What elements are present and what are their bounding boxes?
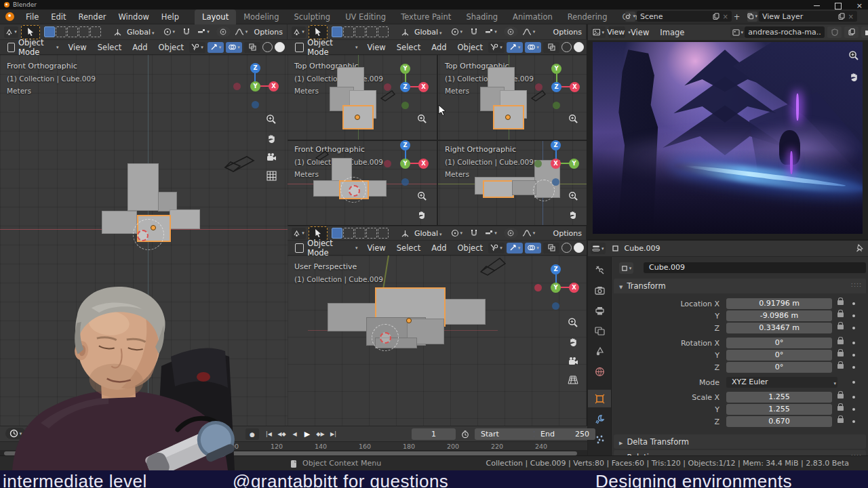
options-label-left[interactable]: Options: [254, 28, 283, 37]
select-mode-extend[interactable]: [343, 228, 354, 239]
menu-object[interactable]: Object: [452, 241, 488, 256]
camera-object[interactable]: [315, 150, 330, 161]
select-mode-invert[interactable]: [366, 228, 377, 239]
pivot-point-dropdown[interactable]: [450, 26, 465, 38]
relations-panel[interactable]: Relations ::::: [614, 450, 866, 455]
tab-render[interactable]: [588, 281, 611, 299]
keyframe-dot[interactable]: [852, 420, 855, 423]
zoom-icon[interactable]: [566, 112, 580, 125]
gizmos-dropdown[interactable]: [507, 42, 523, 53]
pan-hand-icon[interactable]: [264, 131, 278, 145]
image-datablock-icon[interactable]: [730, 26, 745, 38]
scale-z-input[interactable]: 0.670: [726, 416, 832, 427]
menu-image[interactable]: Image: [654, 25, 690, 40]
zoom-icon[interactable]: [847, 49, 861, 62]
select-mode-new[interactable]: [44, 26, 55, 37]
tab-tool[interactable]: [588, 261, 611, 279]
zoom-icon[interactable]: [415, 189, 429, 203]
view-layer-icon[interactable]: [747, 12, 757, 22]
tab-physics[interactable]: [588, 451, 611, 455]
mesh-block[interactable]: [127, 163, 159, 211]
lock-icon[interactable]: [837, 312, 844, 317]
scale-x-input[interactable]: 1.255: [726, 392, 832, 403]
keyframe-dot[interactable]: [852, 327, 855, 329]
tab-rendering[interactable]: Rendering: [560, 9, 615, 24]
orientation-icon[interactable]: [398, 26, 412, 38]
mesh-block-selected[interactable]: [483, 180, 514, 198]
lock-icon[interactable]: [837, 406, 844, 411]
location-x-input[interactable]: 0.91796 m: [726, 298, 832, 309]
mesh-block[interactable]: [439, 299, 486, 325]
menu-view[interactable]: View: [361, 40, 391, 55]
tab-shading[interactable]: Shading: [458, 9, 505, 24]
menu-add[interactable]: Add: [426, 241, 452, 256]
tab-modifiers[interactable]: [588, 410, 611, 428]
lock-icon[interactable]: [837, 394, 844, 399]
image-mode-dropdown[interactable]: View: [608, 26, 625, 38]
lock-icon[interactable]: [837, 340, 844, 344]
viewport-quad[interactable]: Top Orthographic (1) Collection | Cube.0…: [288, 55, 587, 225]
select-mode-subtract[interactable]: [355, 228, 366, 239]
keyframe-dot[interactable]: [852, 342, 855, 344]
xray-toggle[interactable]: [543, 42, 559, 53]
minimize-button[interactable]: [814, 5, 820, 7]
select-mode-subtract[interactable]: [67, 26, 78, 37]
unlink-scene-icon[interactable]: ×: [723, 13, 728, 20]
snap-magnet-icon[interactable]: [467, 228, 481, 239]
pan-hand-icon[interactable]: [566, 208, 580, 222]
delta-transform-panel[interactable]: Delta Transform: [614, 434, 866, 449]
menu-view[interactable]: View: [361, 241, 391, 256]
axis-neg-x[interactable]: [233, 83, 241, 90]
transform-panel-header[interactable]: Transform ::::: [614, 279, 866, 293]
tab-object[interactable]: [588, 390, 611, 407]
object-visibility-dropdown[interactable]: [488, 42, 505, 53]
menu-window[interactable]: Window: [112, 9, 155, 24]
tab-world[interactable]: [588, 363, 611, 380]
new-image-icon[interactable]: [844, 26, 859, 38]
select-mode-new[interactable]: [332, 26, 342, 37]
editor-type-image-icon[interactable]: [591, 26, 606, 38]
tab-texture-paint[interactable]: Texture Paint: [393, 9, 458, 24]
menu-select[interactable]: Select: [391, 40, 426, 55]
camera-view-icon[interactable]: [566, 354, 580, 368]
select-mode-invert[interactable]: [79, 26, 90, 37]
location-y-input[interactable]: -9.0986 m: [726, 310, 832, 321]
camera-object[interactable]: [479, 256, 507, 276]
falloff-curve-dropdown[interactable]: [521, 26, 537, 38]
mode-dropdown[interactable]: Object Mode: [3, 38, 62, 57]
shading-wireframe[interactable]: [262, 42, 273, 52]
lock-icon[interactable]: [837, 418, 844, 423]
menu-select[interactable]: Select: [92, 40, 127, 55]
keyframe-dot[interactable]: [852, 366, 855, 369]
xray-toggle[interactable]: [244, 42, 260, 53]
editor-type-3dview-icon[interactable]: [4, 26, 18, 38]
scale-y-input[interactable]: 1.255: [726, 404, 832, 415]
tab-layout[interactable]: Layout: [195, 9, 236, 24]
select-mode-intersect[interactable]: [378, 26, 389, 37]
ortho-grid-icon[interactable]: [264, 169, 278, 182]
pan-hand-icon[interactable]: [847, 70, 861, 83]
pivot-point-dropdown[interactable]: [450, 228, 465, 239]
use-preview-range-icon[interactable]: [458, 428, 472, 440]
jump-to-end-button[interactable]: [328, 428, 339, 440]
menu-help[interactable]: Help: [155, 9, 185, 24]
menu-object[interactable]: Object: [452, 40, 488, 55]
scene-name-field[interactable]: Scene ×: [637, 11, 732, 22]
xray-toggle[interactable]: [543, 243, 559, 253]
select-mode-subtract[interactable]: [355, 26, 366, 37]
camera-view-icon[interactable]: [264, 150, 278, 164]
keyframe-dot[interactable]: [852, 396, 855, 399]
tab-uv-editing[interactable]: UV Editing: [338, 9, 393, 24]
pan-hand-icon[interactable]: [566, 335, 580, 348]
options-label[interactable]: Options: [553, 229, 582, 238]
jump-to-start-button[interactable]: [263, 428, 275, 440]
snap-settings-dropdown[interactable]: [484, 228, 498, 239]
proportional-editing-icon[interactable]: [504, 26, 518, 37]
falloff-curve-dropdown[interactable]: [233, 26, 250, 38]
proportional-editing-icon[interactable]: [504, 228, 518, 239]
select-mode-intersect[interactable]: [378, 228, 389, 239]
mesh-block[interactable]: [170, 209, 200, 229]
tab-scene[interactable]: [588, 342, 611, 360]
select-mode-intersect[interactable]: [90, 26, 101, 37]
tab-modeling[interactable]: Modeling: [236, 9, 286, 24]
